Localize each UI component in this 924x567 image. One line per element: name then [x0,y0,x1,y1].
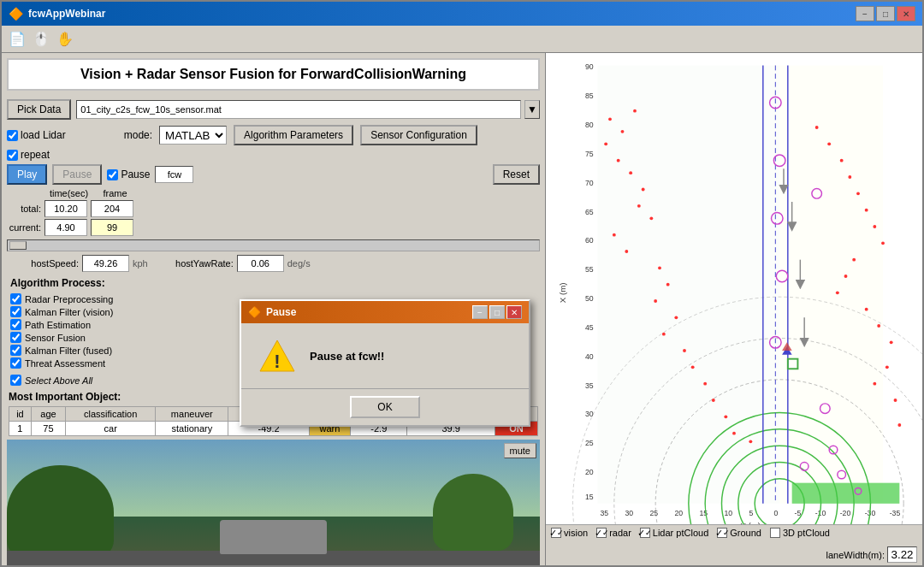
repeat-checkbox[interactable] [7,150,18,161]
video-area: mute [7,440,540,565]
file-dropdown-arrow[interactable]: ▼ [524,100,540,119]
pause-field[interactable]: fcw [155,166,193,183]
lane-width-label: laneWidth(m): [826,550,885,560]
window-title: fcwAppWebinar [28,8,105,20]
svg-point-31 [836,291,839,294]
host-speed-value[interactable] [82,255,129,272]
legend-vision-label: vision [564,528,588,538]
svg-point-19 [732,432,736,435]
plot-legend: ✓ vision ✓ radar ✓ Lidar ptCloud ✓ Groun… [546,524,922,565]
svg-point-14 [683,349,686,352]
legend-lidar-label: Lidar ptCloud [653,528,708,538]
host-yaw-value[interactable] [237,255,284,272]
toolbar: 📄 🖱️ ✋ [2,26,922,53]
mode-select[interactable]: MATLAB [159,126,227,145]
app-title: Vision + Radar Sensor Fusion for Forward… [7,58,540,91]
algo-section-title: Algorithm Process: [10,277,536,289]
algo-kalman-fused-checkbox[interactable] [10,345,21,356]
y-axis-25: 25 [585,439,594,447]
new-icon[interactable]: 📄 [7,29,27,50]
legend-lidar-check[interactable]: ✓ [640,528,650,538]
x-axis-20: 20 [674,509,683,517]
svg-point-30 [844,275,848,278]
playback-scrollbar[interactable] [7,239,540,251]
legend-radar-check[interactable]: ✓ [596,528,607,538]
sensor-config-button[interactable]: Sensor Configuration [360,125,477,145]
minimize-button[interactable]: − [856,6,874,21]
host-speed-row: hostSpeed: kph [10,255,148,272]
scroll-thumb[interactable] [9,241,27,250]
algo-sensor-fusion-checkbox[interactable] [10,332,21,343]
y-axis-15: 15 [585,493,594,501]
playback-buttons-row: Play Pause Pause fcw Reset [2,162,545,186]
repeat-label: repeat [7,149,50,161]
svg-point-36 [873,382,876,386]
svg-point-9 [658,266,661,269]
car-ahead [220,520,327,554]
pick-data-row: Pick Data 01_city_c2s_fcw_10s_sensor.mat… [2,96,545,123]
pause-button[interactable]: Pause [52,164,102,185]
time-labels: time(sec) frame total: current: [7,188,134,236]
svg-point-33 [877,324,880,328]
y-axis-50: 50 [585,294,594,303]
svg-point-5 [637,204,641,208]
cursor-icon[interactable]: 🖱️ [31,29,51,50]
col-maneuver: maneuver [156,407,228,422]
lane-width-input[interactable] [887,546,917,563]
select-all-checkbox[interactable] [10,375,21,386]
legend-vision: ✓ vision [551,528,588,538]
algo-threat-assessment-checkbox[interactable] [10,357,21,369]
play-button[interactable]: Play [7,164,47,185]
host-yaw-unit: deg/s [287,258,311,269]
y-axis-85: 85 [585,92,594,100]
mode-row: load Lidar mode: MATLAB Algorithm Parame… [2,123,545,147]
svg-point-34 [890,340,893,344]
legend-vision-check[interactable]: ✓ [551,528,561,538]
algo-path-estimation-checkbox[interactable] [10,319,21,330]
legend-3dptcloud-label: 3D ptCloud [783,528,830,538]
dialog-message: Pause at fcw!! [310,350,384,363]
close-button[interactable]: ✕ [897,6,915,21]
dialog-ok-button[interactable]: OK [350,396,419,418]
legend-ground: ✓ Ground [717,528,761,538]
lidar-pt-1 [608,117,612,121]
algo-radar-preprocessing-checkbox[interactable] [10,293,21,304]
restore-button[interactable]: □ [876,6,895,21]
algo-kalman-vision-label: Kalman Filter (vision) [25,307,113,317]
algo-kalman-fused-label: Kalman Filter (fused) [25,346,112,356]
load-lidar-checkbox[interactable] [7,130,18,141]
x-axis-minus35: -35 [890,509,901,517]
pan-icon[interactable]: ✋ [55,29,75,50]
titlebar: 🔶 fcwAppWebinar − □ ✕ [2,2,922,26]
algo-kalman-vision-checkbox[interactable] [10,306,21,317]
pick-data-button[interactable]: Pick Data [7,99,71,120]
svg-point-7 [613,233,616,237]
current-frame-input[interactable] [91,219,133,236]
y-axis-60: 60 [585,236,594,245]
legend-radar: ✓ radar [596,528,631,538]
svg-point-23 [840,159,844,162]
legend-3dptcloud-check[interactable] [770,528,780,538]
right-cone-bg [779,66,883,504]
file-input[interactable]: 01_city_c2s_fcw_10s_sensor.mat [76,100,521,119]
dialog-minimize-button[interactable]: − [472,305,488,319]
total-sec-input[interactable] [44,200,87,217]
mode-label-text: mode: [124,129,152,141]
total-frame-input[interactable] [91,200,133,217]
legend-ground-check[interactable]: ✓ [717,528,727,538]
y-axis-80: 80 [585,121,594,129]
current-sec-input[interactable] [44,219,87,236]
y-axis-20: 20 [585,468,594,476]
pause-checkbox[interactable] [107,169,118,180]
dialog-restore-button[interactable]: □ [489,305,505,319]
tree-left [7,465,114,559]
algo-params-button[interactable]: Algorithm Parameters [234,125,353,145]
dialog-close-button[interactable]: ✕ [506,305,522,319]
reset-button[interactable]: Reset [493,164,540,185]
svg-point-10 [666,283,670,286]
svg-text:!: ! [274,351,280,372]
legend-3dptcloud: 3D ptCloud [770,528,830,538]
host-yaw-row: hostYawRate: deg/s [165,255,311,272]
svg-point-8 [625,250,628,253]
mute-button[interactable]: mute [504,443,536,458]
